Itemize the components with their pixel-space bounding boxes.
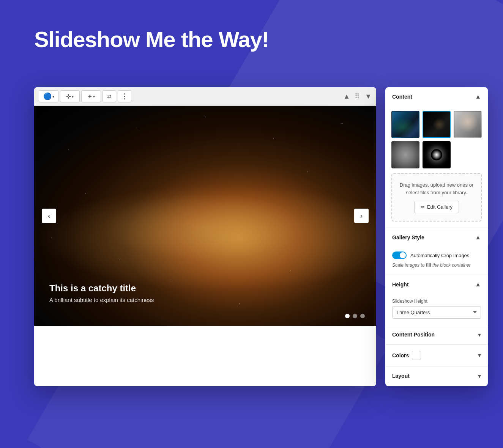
slide-subtitle: A brilliant subtitle to explain its catc…	[49, 297, 154, 303]
next-icon: ›	[360, 212, 363, 220]
thumbnail-5[interactable]	[423, 141, 451, 168]
thumbnails-grid	[385, 106, 488, 173]
dot-1[interactable]	[345, 314, 350, 318]
layout-section: Layout ▾	[385, 366, 488, 386]
style-icon: ✦	[87, 93, 92, 100]
slide-title: This is a catchy title	[49, 283, 154, 294]
gallery-style-section: Gallery Style ▲ Automatically Crop Image…	[385, 228, 488, 275]
content-section-title: Content	[392, 94, 412, 100]
slide-dots	[345, 314, 365, 318]
more-btn[interactable]: ⋮	[118, 90, 131, 102]
layout-chevron: ▾	[478, 373, 481, 380]
block-icon-btn[interactable]: 🔵 ▾	[39, 90, 58, 102]
crop-toggle-row: Automatically Crop Images	[392, 252, 481, 259]
color-swatch[interactable]	[412, 351, 421, 360]
desc-prefix: Scale images to	[392, 263, 426, 268]
dot-3[interactable]	[360, 314, 365, 318]
height-content: Slideshow Height Full Three Quarters Two…	[385, 294, 488, 325]
page-title: Slideshow Me the Way!	[34, 27, 269, 52]
content-position-section: Content Position ▾	[385, 325, 488, 345]
crop-toggle[interactable]	[392, 252, 407, 259]
gallery-style-content: Automatically Crop Images Scale images t…	[385, 247, 488, 275]
height-section-title: Height	[392, 281, 409, 288]
gallery-style-chevron: ▲	[475, 234, 481, 241]
editor-panel: 🔵 ▾ ✛ ▾ ✦ ▾ ⇄ ⋮ ▲ ⠿ ▼	[34, 87, 376, 386]
thumbnail-2[interactable]	[423, 111, 451, 138]
more-icon: ⋮	[121, 92, 128, 101]
nav-up-icon[interactable]: ▲	[343, 93, 350, 101]
move-btn[interactable]: ✛ ▾	[60, 90, 80, 102]
dot-2[interactable]	[353, 314, 357, 318]
block-arrow: ▾	[52, 94, 54, 99]
thumbnail-3[interactable]	[454, 111, 482, 138]
content-position-header[interactable]: Content Position ▾	[385, 325, 488, 344]
height-section-header[interactable]: Height ▲	[385, 275, 488, 294]
layout-section-title: Layout	[392, 373, 410, 379]
content-position-title: Content Position	[392, 332, 435, 338]
desc-bold: fill	[426, 263, 431, 268]
colors-header-left: Colors	[392, 351, 421, 360]
toolbar: 🔵 ▾ ✛ ▾ ✦ ▾ ⇄ ⋮ ▲ ⠿ ▼	[34, 87, 376, 106]
crop-toggle-label: Automatically Crop Images	[410, 253, 469, 258]
thumbnail-1[interactable]	[391, 111, 419, 138]
content-section: Content ▲ Drag images, upload new ones o…	[385, 87, 488, 228]
upload-text: Drag images, upload new ones or select f…	[398, 181, 475, 196]
edit-gallery-label: Edit Gallery	[427, 204, 453, 210]
upload-area: Drag images, upload new ones or select f…	[391, 173, 482, 222]
slideshow-next-btn[interactable]: ›	[354, 209, 369, 223]
block-icon: 🔵	[43, 92, 52, 101]
content-section-header[interactable]: Content ▲	[385, 87, 488, 106]
move-arrow: ▾	[72, 94, 74, 99]
drag-dots-icon[interactable]: ⠿	[355, 92, 360, 101]
main-content: 🔵 ▾ ✛ ▾ ✦ ▾ ⇄ ⋮ ▲ ⠿ ▼	[34, 87, 488, 386]
style-btn[interactable]: ✦ ▾	[81, 90, 101, 102]
prev-icon: ‹	[48, 212, 50, 220]
slideshow-height-select[interactable]: Full Three Quarters Two Thirds Half Cust…	[392, 306, 481, 319]
content-chevron: ▲	[475, 93, 481, 100]
desc-suffix: the block container	[431, 263, 471, 268]
style-arrow: ▾	[93, 94, 95, 99]
height-chevron: ▲	[475, 281, 481, 288]
slideshow-area: ‹ › This is a catchy title A brilliant s…	[34, 106, 376, 326]
gallery-style-title: Gallery Style	[392, 234, 424, 241]
slideshow-height-label: Slideshow Height	[392, 299, 481, 304]
colors-section-header[interactable]: Colors ▾	[385, 345, 488, 366]
layout-section-header[interactable]: Layout ▾	[385, 366, 488, 386]
height-section: Height ▲ Slideshow Height Full Three Qua…	[385, 275, 488, 325]
nav-down-icon[interactable]: ▼	[365, 93, 372, 101]
move-icon: ✛	[66, 93, 71, 100]
colors-section: Colors ▾	[385, 345, 488, 366]
edit-icon: ✏	[421, 204, 425, 210]
transform-icon: ⇄	[107, 93, 112, 99]
edit-gallery-btn[interactable]: ✏ Edit Gallery	[414, 201, 459, 213]
colors-chevron: ▾	[478, 352, 481, 359]
crop-description: Scale images to fill the block container	[392, 262, 481, 269]
slide-content: This is a catchy title A brilliant subti…	[49, 283, 154, 303]
transform-btn[interactable]: ⇄	[102, 90, 116, 102]
gallery-style-header[interactable]: Gallery Style ▲	[385, 228, 488, 247]
toolbar-right: ▲ ⠿ ▼	[343, 92, 372, 101]
settings-panel: Content ▲ Drag images, upload new ones o…	[385, 87, 488, 386]
colors-section-title: Colors	[392, 352, 409, 358]
thumbnail-4[interactable]	[391, 141, 419, 168]
content-position-chevron: ▾	[478, 331, 481, 338]
slideshow-prev-btn[interactable]: ‹	[42, 209, 56, 223]
